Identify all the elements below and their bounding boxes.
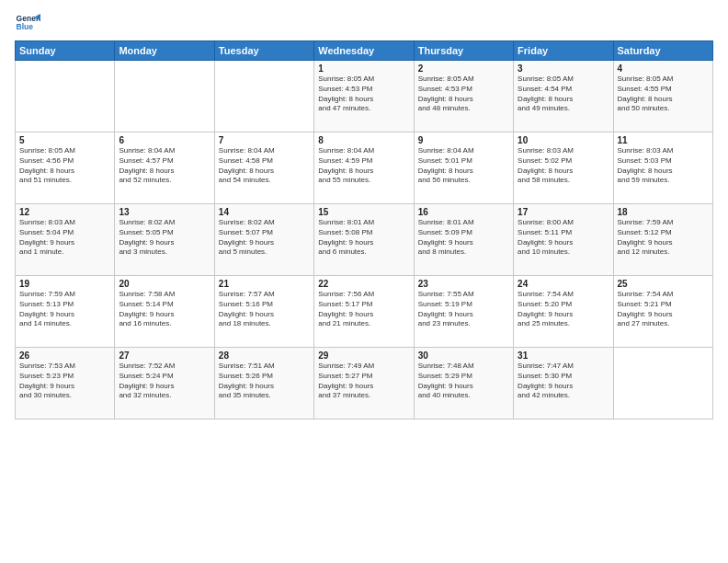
cell-content: Sunrise: 7:54 AM Sunset: 5:21 PM Dayligh… [618,290,709,329]
day-number: 5 [19,135,110,145]
calendar-cell: 13Sunrise: 8:02 AM Sunset: 5:05 PM Dayli… [115,204,214,276]
day-header-wednesday: Wednesday [314,41,414,61]
cell-content: Sunrise: 8:03 AM Sunset: 5:02 PM Dayligh… [518,146,609,186]
day-number: 25 [618,279,709,289]
day-header-tuesday: Tuesday [214,41,313,61]
day-number: 12 [19,207,110,217]
calendar-cell: 20Sunrise: 7:58 AM Sunset: 5:14 PM Dayli… [115,276,214,348]
cell-content: Sunrise: 8:05 AM Sunset: 4:54 PM Dayligh… [518,75,609,114]
calendar-cell: 7Sunrise: 8:04 AM Sunset: 4:58 PM Daylig… [214,132,313,204]
week-row-2: 12Sunrise: 8:03 AM Sunset: 5:04 PM Dayli… [16,204,713,276]
cell-content: Sunrise: 7:51 AM Sunset: 5:26 PM Dayligh… [219,362,310,401]
day-header-thursday: Thursday [414,41,513,61]
header-row: SundayMondayTuesdayWednesdayThursdayFrid… [16,41,713,61]
calendar-cell: 24Sunrise: 7:54 AM Sunset: 5:20 PM Dayli… [514,276,613,348]
calendar-cell: 4Sunrise: 8:05 AM Sunset: 4:55 PM Daylig… [613,61,712,132]
calendar-cell: 25Sunrise: 7:54 AM Sunset: 5:21 PM Dayli… [613,276,712,348]
calendar-cell: 1Sunrise: 8:05 AM Sunset: 4:53 PM Daylig… [314,61,414,132]
calendar-table: SundayMondayTuesdayWednesdayThursdayFrid… [15,40,713,419]
day-number: 30 [418,350,509,361]
calendar-cell: 17Sunrise: 8:00 AM Sunset: 5:11 PM Dayli… [514,204,613,276]
cell-content: Sunrise: 8:04 AM Sunset: 5:01 PM Dayligh… [418,146,509,186]
day-number: 7 [219,135,310,145]
cell-content: Sunrise: 8:05 AM Sunset: 4:55 PM Dayligh… [618,75,709,114]
day-number: 31 [518,350,609,361]
day-number: 2 [418,63,509,74]
cell-content: Sunrise: 7:54 AM Sunset: 5:20 PM Dayligh… [518,290,609,329]
cell-content: Sunrise: 8:00 AM Sunset: 5:11 PM Dayligh… [518,218,609,258]
day-number: 17 [518,207,609,217]
day-header-saturday: Saturday [613,41,712,61]
cell-content: Sunrise: 7:59 AM Sunset: 5:12 PM Dayligh… [618,218,709,258]
day-number: 15 [318,207,409,217]
cell-content: Sunrise: 7:56 AM Sunset: 5:17 PM Dayligh… [318,290,409,329]
week-row-0: 1Sunrise: 8:05 AM Sunset: 4:53 PM Daylig… [16,61,713,132]
calendar-cell: 15Sunrise: 8:01 AM Sunset: 5:08 PM Dayli… [314,204,414,276]
cell-content: Sunrise: 7:49 AM Sunset: 5:27 PM Dayligh… [318,362,409,401]
cell-content: Sunrise: 8:05 AM Sunset: 4:53 PM Dayligh… [318,75,409,114]
cell-content: Sunrise: 7:55 AM Sunset: 5:19 PM Dayligh… [418,290,509,329]
logo-icon: General Blue [15,11,40,37]
day-number: 16 [418,207,509,217]
day-number: 21 [219,279,310,289]
day-number: 23 [418,279,509,289]
day-number: 26 [19,350,110,361]
calendar-cell: 27Sunrise: 7:52 AM Sunset: 5:24 PM Dayli… [115,348,214,419]
day-number: 6 [119,135,210,145]
day-number: 20 [119,279,210,289]
day-number: 18 [618,207,709,217]
calendar-cell [214,61,313,132]
day-number: 13 [119,207,210,217]
header: General Blue [15,11,713,37]
day-header-monday: Monday [115,41,214,61]
calendar-cell: 10Sunrise: 8:03 AM Sunset: 5:02 PM Dayli… [514,132,613,204]
day-number: 14 [219,207,310,217]
calendar-cell [115,61,214,132]
logo: General Blue [15,11,40,37]
cell-content: Sunrise: 7:58 AM Sunset: 5:14 PM Dayligh… [119,290,210,329]
day-number: 27 [119,350,210,361]
calendar-cell: 29Sunrise: 7:49 AM Sunset: 5:27 PM Dayli… [314,348,414,419]
calendar-cell: 18Sunrise: 7:59 AM Sunset: 5:12 PM Dayli… [613,204,712,276]
cell-content: Sunrise: 7:52 AM Sunset: 5:24 PM Dayligh… [119,362,210,401]
calendar-cell: 23Sunrise: 7:55 AM Sunset: 5:19 PM Dayli… [414,276,513,348]
cell-content: Sunrise: 8:01 AM Sunset: 5:09 PM Dayligh… [418,218,509,258]
day-number: 24 [518,279,609,289]
cell-content: Sunrise: 7:47 AM Sunset: 5:30 PM Dayligh… [518,362,609,401]
cell-content: Sunrise: 8:04 AM Sunset: 4:58 PM Dayligh… [219,146,310,186]
calendar-cell: 2Sunrise: 8:05 AM Sunset: 4:53 PM Daylig… [414,61,513,132]
calendar-cell: 16Sunrise: 8:01 AM Sunset: 5:09 PM Dayli… [414,204,513,276]
calendar-cell: 3Sunrise: 8:05 AM Sunset: 4:54 PM Daylig… [514,61,613,132]
calendar-cell: 14Sunrise: 8:02 AM Sunset: 5:07 PM Dayli… [214,204,313,276]
calendar-cell: 26Sunrise: 7:53 AM Sunset: 5:23 PM Dayli… [16,348,115,419]
cell-content: Sunrise: 7:57 AM Sunset: 5:16 PM Dayligh… [219,290,310,329]
cell-content: Sunrise: 8:04 AM Sunset: 4:57 PM Dayligh… [119,146,210,186]
day-number: 22 [318,279,409,289]
week-row-1: 5Sunrise: 8:05 AM Sunset: 4:56 PM Daylig… [16,132,713,204]
cell-content: Sunrise: 8:04 AM Sunset: 4:59 PM Dayligh… [318,146,409,186]
week-row-3: 19Sunrise: 7:59 AM Sunset: 5:13 PM Dayli… [16,276,713,348]
day-number: 11 [618,135,709,145]
calendar-cell: 6Sunrise: 8:04 AM Sunset: 4:57 PM Daylig… [115,132,214,204]
cell-content: Sunrise: 8:05 AM Sunset: 4:56 PM Dayligh… [19,146,110,186]
calendar-cell: 19Sunrise: 7:59 AM Sunset: 5:13 PM Dayli… [16,276,115,348]
day-number: 9 [418,135,509,145]
day-number: 19 [19,279,110,289]
day-number: 28 [219,350,310,361]
calendar-cell: 28Sunrise: 7:51 AM Sunset: 5:26 PM Dayli… [214,348,313,419]
day-number: 4 [618,63,709,74]
page-container: General Blue SundayMondayTuesdayWednesda… [0,0,728,427]
calendar-cell: 31Sunrise: 7:47 AM Sunset: 5:30 PM Dayli… [514,348,613,419]
cell-content: Sunrise: 7:53 AM Sunset: 5:23 PM Dayligh… [19,362,110,401]
calendar-cell: 12Sunrise: 8:03 AM Sunset: 5:04 PM Dayli… [16,204,115,276]
calendar-cell: 5Sunrise: 8:05 AM Sunset: 4:56 PM Daylig… [16,132,115,204]
cell-content: Sunrise: 8:05 AM Sunset: 4:53 PM Dayligh… [418,75,509,114]
day-number: 3 [518,63,609,74]
calendar-cell: 9Sunrise: 8:04 AM Sunset: 5:01 PM Daylig… [414,132,513,204]
day-number: 10 [518,135,609,145]
calendar-cell [16,61,115,132]
cell-content: Sunrise: 8:02 AM Sunset: 5:05 PM Dayligh… [119,218,210,258]
calendar-cell: 11Sunrise: 8:03 AM Sunset: 5:03 PM Dayli… [613,132,712,204]
day-number: 8 [318,135,409,145]
day-header-sunday: Sunday [16,41,115,61]
